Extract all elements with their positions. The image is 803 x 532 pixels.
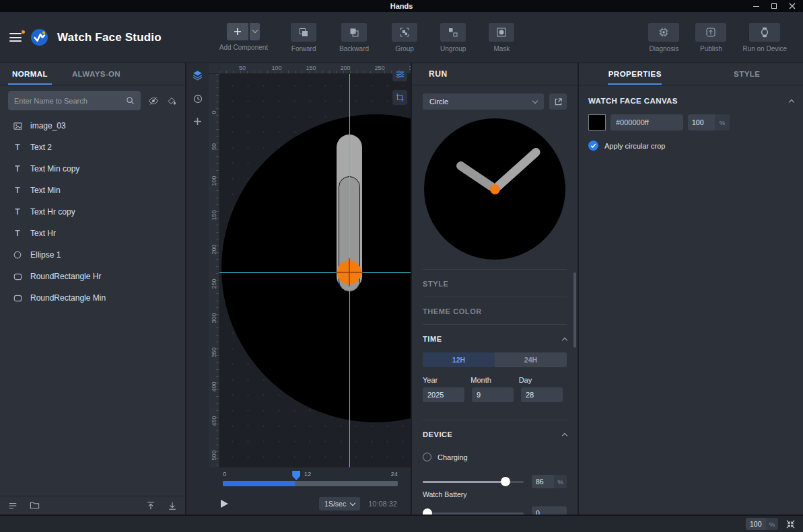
timeline-track[interactable] bbox=[223, 481, 398, 486]
layer-row-roundrectangle-hr[interactable]: RoundRectangle Hr bbox=[0, 266, 185, 287]
layer-row-image-03[interactable]: image_03 bbox=[0, 115, 185, 137]
color-hex-input[interactable] bbox=[610, 114, 683, 130]
ruler-tick-label: 250 bbox=[211, 278, 217, 289]
circular-crop-checkbox[interactable] bbox=[588, 141, 598, 151]
plus-icon[interactable] bbox=[227, 23, 248, 40]
layer-label: Text Min bbox=[30, 186, 61, 195]
filter-button[interactable] bbox=[392, 67, 407, 81]
battery-slider-row: % bbox=[423, 475, 567, 488]
layer-row-text-min-copy[interactable]: T Text Min copy bbox=[0, 158, 185, 180]
import-button[interactable] bbox=[168, 501, 177, 510]
maximize-icon bbox=[771, 3, 777, 9]
minimize-button[interactable] bbox=[752, 2, 760, 10]
visibility-toggle-button[interactable] bbox=[148, 96, 159, 106]
layer-row-ellipse-1[interactable]: Ellipse 1 bbox=[0, 244, 185, 266]
crop-button[interactable] bbox=[392, 90, 407, 105]
charging-radio[interactable] bbox=[423, 453, 431, 461]
ruler-corner bbox=[209, 63, 219, 74]
watch-face-background[interactable] bbox=[221, 114, 411, 422]
day-input[interactable] bbox=[521, 387, 563, 402]
horizontal-ruler[interactable]: 50 100 150 200 250 300 3 bbox=[219, 63, 411, 74]
layer-row-text-2[interactable]: T Text 2 bbox=[0, 137, 185, 158]
menu-button[interactable] bbox=[9, 33, 22, 42]
device-shape-row: Circle bbox=[423, 93, 567, 110]
mask-button[interactable]: Mask bbox=[489, 23, 514, 52]
zoom-control[interactable]: 100 % bbox=[746, 518, 778, 530]
design-canvas[interactable] bbox=[219, 74, 411, 467]
ungroup-button[interactable]: Ungroup bbox=[440, 23, 466, 52]
add-guide-button[interactable] bbox=[193, 117, 202, 126]
watch-face-canvas-header[interactable]: WATCH FACE CANVAS bbox=[588, 94, 794, 114]
layer-row-text-hr-copy[interactable]: T Text Hr copy bbox=[0, 201, 185, 223]
add-component-button[interactable]: Add Component bbox=[219, 23, 268, 51]
ruler-tick-label: 350 bbox=[211, 347, 217, 358]
chevron-down-icon bbox=[532, 98, 538, 103]
battery-slider-thumb[interactable] bbox=[501, 477, 510, 486]
time-section-header[interactable]: TIME bbox=[423, 324, 567, 352]
hand-pivot-handle[interactable] bbox=[337, 260, 361, 284]
layers-toggle-button[interactable] bbox=[192, 69, 203, 81]
vertical-ruler[interactable]: 0 50 100 150 200 250 300 350 400 450 500 bbox=[209, 74, 219, 467]
search-input[interactable] bbox=[14, 97, 122, 105]
image-icon bbox=[12, 120, 23, 131]
eye-off-icon bbox=[148, 96, 159, 106]
tab-always-on[interactable]: ALWAYS-ON bbox=[60, 63, 133, 85]
export-button[interactable] bbox=[146, 501, 155, 510]
run-panel-scrollbar[interactable] bbox=[573, 272, 576, 348]
list-button[interactable] bbox=[8, 501, 18, 510]
color-swatch[interactable] bbox=[588, 114, 606, 130]
maximize-button[interactable] bbox=[770, 2, 778, 10]
circular-crop-label: Apply circular crop bbox=[604, 142, 665, 150]
device-shape-select[interactable]: Circle bbox=[423, 93, 544, 110]
play-button[interactable] bbox=[221, 500, 228, 508]
opacity-box: % bbox=[688, 114, 730, 130]
format-24h-button[interactable]: 24H bbox=[495, 352, 567, 367]
group-button[interactable]: Group bbox=[392, 23, 417, 52]
close-button[interactable] bbox=[788, 2, 796, 10]
folder-button[interactable] bbox=[30, 500, 40, 510]
battery-slider[interactable] bbox=[423, 477, 524, 486]
list-icon bbox=[8, 501, 18, 510]
device-section-header[interactable]: DEVICE bbox=[423, 420, 567, 447]
app-logo bbox=[30, 28, 48, 46]
run-on-device-button[interactable]: Run on Device bbox=[742, 23, 787, 52]
backward-button[interactable]: Backward bbox=[339, 23, 369, 52]
history-button[interactable] bbox=[193, 93, 203, 104]
theme-color-section-header[interactable]: THEME COLOR bbox=[423, 297, 567, 324]
ruler-tick-label: 300 bbox=[211, 313, 217, 324]
percent-suffix: % bbox=[715, 114, 730, 130]
battery-value-input[interactable] bbox=[532, 475, 554, 488]
theme-fill-button[interactable] bbox=[166, 96, 177, 106]
month-input[interactable] bbox=[472, 387, 514, 402]
layer-label: Text 2 bbox=[30, 143, 52, 152]
tab-normal[interactable]: NORMAL bbox=[0, 63, 60, 85]
search-icon bbox=[126, 96, 135, 105]
speed-select[interactable]: 1S/sec bbox=[319, 497, 360, 510]
diagnosis-button[interactable]: Diagnosis bbox=[648, 23, 679, 52]
timeline-progress bbox=[223, 481, 295, 486]
timeline-playhead[interactable] bbox=[292, 471, 300, 480]
fit-to-screen-button[interactable] bbox=[785, 519, 796, 529]
tab-properties[interactable]: PROPERTIES bbox=[579, 63, 691, 85]
layer-row-text-hr[interactable]: T Text Hr bbox=[0, 223, 185, 244]
add-component-dropdown[interactable] bbox=[250, 23, 260, 40]
open-preview-window-button[interactable] bbox=[549, 93, 567, 110]
ruler-tick-label: 150 bbox=[211, 210, 217, 221]
tab-style[interactable]: STYLE bbox=[691, 63, 803, 85]
forward-button[interactable]: Forward bbox=[291, 23, 316, 52]
year-input[interactable] bbox=[423, 387, 464, 402]
horizontal-guide[interactable] bbox=[219, 272, 411, 273]
play-icon bbox=[221, 500, 228, 508]
layer-row-roundrectangle-min[interactable]: RoundRectangle Min bbox=[0, 287, 185, 309]
ruler-tick-label: 0 bbox=[211, 107, 217, 118]
unread-slider[interactable] bbox=[423, 508, 524, 515]
style-section-header[interactable]: STYLE bbox=[423, 269, 567, 297]
publish-button[interactable]: Publish bbox=[695, 23, 726, 52]
unread-slider-thumb[interactable] bbox=[423, 508, 432, 515]
format-12h-button[interactable]: 12H bbox=[423, 352, 495, 367]
layer-row-text-min[interactable]: T Text Min bbox=[0, 180, 185, 201]
toolbar-right: Diagnosis Publish Run on Device bbox=[648, 23, 803, 52]
watch-preview[interactable] bbox=[424, 118, 565, 260]
unread-value-input[interactable] bbox=[532, 506, 567, 515]
opacity-input[interactable] bbox=[688, 114, 715, 130]
